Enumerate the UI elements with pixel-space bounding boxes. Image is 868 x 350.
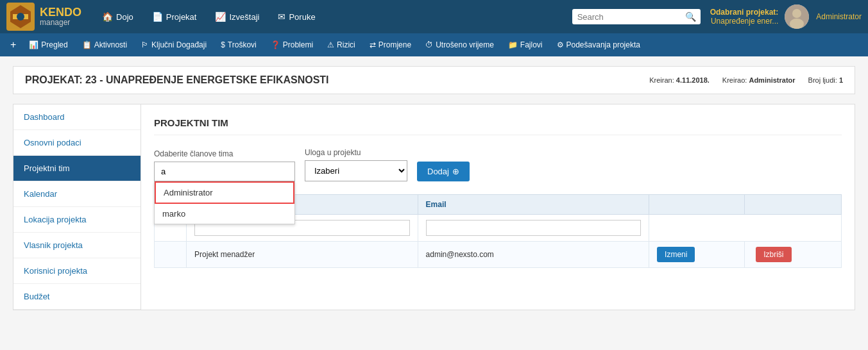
sidebar: Dashboard Osnovni podaci Projektni tim K… [13,104,141,310]
row1-email-input[interactable] [426,220,642,236]
broj-ljudi-label: Broj ljudi: 1 [808,76,843,84]
troskovi-icon: $ [221,40,225,49]
dropdown-item-administrator[interactable]: Administrator [155,181,294,204]
projekat-icon: 📄 [152,12,163,22]
dojo-icon: 🏠 [102,12,113,22]
col-actions1 [649,195,745,215]
promjene-icon: ⇄ [370,40,376,49]
members-label: Odaberite članove tima [154,149,295,158]
members-dropdown: Administrator marko [154,181,295,224]
search-area: 🔍 [572,9,701,24]
logo-text: KENDO manager [40,6,81,28]
main-area: PROJEKTNI TIM Odaberite članove tima Adm… [141,104,855,310]
sidebar-item-dashboard[interactable]: Dashboard [13,104,140,130]
subnav-podesavanja[interactable]: ⚙ Podešavanja projekta [550,37,647,53]
sidebar-item-osnovni-podaci[interactable]: Osnovni podaci [13,130,140,156]
selected-project-name: Unapređenje ener... [710,17,779,26]
sidebar-item-korisnici-projekta[interactable]: Korisnici projekta [13,258,140,284]
delete-button[interactable]: Izbriši [756,247,791,262]
row2-email: admin@nexsto.com [418,242,649,268]
svg-point-6 [790,19,804,29]
poruke-icon: ✉ [278,12,285,22]
selected-project-area: Odabrani projekat: Unapređenje ener... [710,8,779,26]
avatar[interactable] [785,4,809,29]
edit-button[interactable]: Izmeni [657,247,695,262]
row2-edit-cell: Izmeni [649,242,745,268]
svg-point-5 [792,9,801,18]
subnav-problemi[interactable]: ❓ Problemi [264,37,319,53]
subnav-fajlovi[interactable]: 📁 Fajlovi [502,37,549,53]
selected-project-label: Odabrani projekat: [710,8,779,17]
role-label: Uloga u projektu [305,148,407,157]
nav-dojo[interactable]: 🏠 Dojo [94,8,141,26]
subnav-pregled[interactable]: 📊 Pregled [22,37,74,53]
section-title: PROJEKTNI TIM [154,117,842,135]
kreiran-label: Kreiran: 4.11.2018. [649,76,710,84]
sidebar-item-projektni-tim[interactable]: Projektni tim [13,156,140,181]
nav-projekat[interactable]: 📄 Projekat [144,8,205,26]
kreirao-label: Kreirao: Administrator [722,76,796,84]
top-navigation: KENDO manager 🏠 Dojo 📄 Projekat 📈 Izvešt… [0,0,868,33]
dogadjaji-icon: 🏳 [141,40,149,49]
project-header: PROJEKAT: 23 - UNAPREĐENJE ENERGETSKE EF… [13,66,855,94]
subnav-utroseno-vrijeme[interactable]: ⏱ Utrošeno vrijeme [419,37,500,53]
role-select[interactable]: Izaberi [305,160,407,181]
dropdown-item-marko[interactable]: marko [155,204,294,224]
page-content: PROJEKAT: 23 - UNAPREĐENJE ENERGETSKE EF… [0,56,868,320]
problemi-icon: ❓ [271,40,280,49]
sub-navigation: + 📊 Pregled 📋 Aktivnosti 🏳 Ključni Događ… [0,33,868,56]
search-input[interactable] [577,12,685,22]
nav-poruke[interactable]: ✉ Poruke [270,8,323,26]
avatar-image [785,4,809,29]
table-row: Projekt menadžer admin@nexsto.com Izmeni… [155,242,842,268]
members-input[interactable] [154,162,295,181]
team-form: Odaberite članove tima Administrator mar… [154,148,842,181]
project-title: PROJEKAT: 23 - UNAPREĐENJE ENERGETSKE EF… [25,74,329,86]
sidebar-item-vlasnik-projekta[interactable]: Vlasnik projekta [13,233,140,258]
add-button[interactable]: + [5,37,21,53]
rizici-icon: ⚠ [327,40,334,49]
col-email: Email [418,195,649,215]
main-nav-links: 🏠 Dojo 📄 Projekat 📈 Izveštaji ✉ Poruke [94,8,572,26]
pregled-icon: 📊 [29,40,38,49]
logo-icon [6,3,35,31]
subnav-rizici[interactable]: ⚠ Rizici [321,37,362,53]
user-area[interactable]: Administrator [785,4,862,29]
sidebar-item-budzet[interactable]: Budžet [13,284,140,310]
utroseno-icon: ⏱ [425,40,433,49]
sidebar-item-lokacija-projekta[interactable]: Lokacija projekta [13,207,140,233]
user-name-label: Administrator [816,12,862,21]
row2-delete-cell: Izbriši [745,242,842,268]
podesavanja-icon: ⚙ [557,40,564,49]
subnav-promjene[interactable]: ⇄ Promjene [363,37,418,53]
sidebar-item-kalendar[interactable]: Kalendar [13,181,140,207]
subnav-troskovi[interactable]: $ Troškovi [214,37,263,53]
row2-funkcija: Projekt menadžer [187,242,418,268]
subnav-aktivnosti[interactable]: 📋 Aktivnosti [76,37,133,53]
plus-icon: ⊕ [452,167,459,176]
project-meta: Kreiran: 4.11.2018. Kreirao: Administrat… [649,76,843,84]
nav-izvestaji[interactable]: 📈 Izveštaji [207,8,267,26]
row2-name [155,242,187,268]
logo[interactable]: KENDO manager [6,3,81,31]
aktivnosti-icon: 📋 [82,40,92,49]
col-actions2 [745,195,842,215]
main-layout: Dashboard Osnovni podaci Projektni tim K… [13,104,855,310]
row1-actions [649,215,842,242]
subnav-kljucni-dogadjaji[interactable]: 🏳 Ključni Događaji [135,37,213,53]
search-button[interactable]: 🔍 [685,12,696,22]
izvestaji-icon: 📈 [215,12,226,22]
members-field-group: Odaberite članove tima Administrator mar… [154,149,295,181]
add-team-member-button[interactable]: Dodaj ⊕ [417,162,470,181]
row1-email [418,215,649,242]
svg-point-3 [17,13,24,21]
role-field-group: Uloga u projektu Izaberi [305,148,407,181]
fajlovi-icon: 📁 [508,40,518,49]
